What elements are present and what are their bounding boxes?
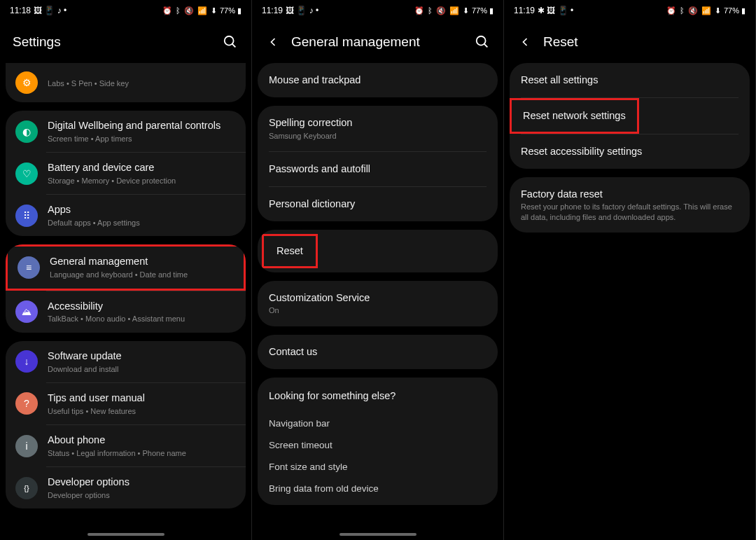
list-item-about-phone[interactable]: i About phone Status • Legal information…	[6, 425, 246, 466]
battery-care-icon: ♡	[15, 162, 38, 185]
svg-line-3	[484, 44, 488, 48]
looking-item-font[interactable]: Font size and style	[269, 456, 486, 478]
item-title: Tips and user manual	[48, 392, 236, 405]
status-bar: 11:18 🖼 📱 ♪ • ⏰ ᛒ 🔇 📶 ⬇ 77% ▮	[0, 0, 251, 21]
page-title: Settings	[13, 34, 212, 50]
list-item-customization[interactable]: Customization Service On	[258, 281, 498, 326]
phone-general-management: 11:19 🖼 📱 ♪ • ⏰ ᛒ 🔇 📶 ⬇ 77% ▮ General ma…	[252, 0, 504, 540]
item-title: General management	[50, 255, 234, 268]
list-item-reset[interactable]: Reset	[262, 234, 318, 268]
accessibility-icon: ⛰	[15, 300, 38, 323]
status-battery: 77%	[724, 6, 739, 15]
item-title: Spelling correction	[269, 116, 486, 130]
item-title: Personal dictionary	[269, 198, 486, 211]
list-item-dictionary[interactable]: Personal dictionary	[258, 187, 498, 221]
item-title: Contact us	[269, 345, 486, 359]
list-item-accessibility[interactable]: ⛰ Accessibility TalkBack • Mono audio • …	[6, 291, 246, 333]
section-reset-options: Reset all settings Reset network setting…	[510, 63, 750, 169]
home-indicator[interactable]	[88, 533, 164, 536]
item-title: Reset network settings	[523, 110, 626, 121]
item-subtitle: TalkBack • Mono audio • Assistant menu	[48, 314, 236, 324]
item-title: Reset accessibility settings	[521, 145, 738, 158]
item-title: Passwords and autofill	[269, 162, 486, 176]
section-mouse: Mouse and trackpad	[258, 63, 498, 97]
list-item-reset-accessibility[interactable]: Reset accessibility settings	[510, 134, 750, 169]
back-button[interactable]	[517, 34, 533, 50]
search-button[interactable]	[474, 34, 491, 50]
list-item-battery[interactable]: ♡ Battery and device care Storage • Memo…	[6, 153, 246, 194]
item-subtitle: Storage • Memory • Device protection	[48, 176, 236, 186]
settings-content[interactable]: ⚙ Labs • S Pen • Side key ◐ Digital Well…	[0, 63, 251, 529]
status-left-icons: ✱ 🖼 📱 •	[538, 6, 573, 15]
item-title: Apps	[48, 203, 236, 216]
item-subtitle: Screen time • App timers	[48, 134, 236, 144]
list-item-contact[interactable]: Contact us	[258, 335, 498, 369]
list-item-factory-reset[interactable]: Factory data reset Reset your phone to i…	[510, 177, 750, 233]
status-right-icons: ⏰ ᛒ 🔇 📶 ⬇	[666, 6, 722, 15]
advanced-icon: ⚙	[15, 71, 38, 94]
item-subtitle: Samsung Keyboard	[269, 131, 486, 141]
item-title: Factory data reset	[521, 188, 738, 201]
status-left-icons: 🖼 📱 ♪ •	[34, 6, 66, 15]
list-item-advanced[interactable]: ⚙ Labs • S Pen • Side key	[6, 63, 246, 102]
wellbeing-icon: ◐	[15, 120, 38, 143]
page-title: General management	[291, 34, 464, 50]
section-about: ↓ Software update Download and install ?…	[6, 341, 246, 509]
search-button[interactable]	[222, 34, 239, 50]
status-battery: 77%	[472, 6, 487, 15]
looking-item-bring[interactable]: Bring data from old device	[269, 478, 486, 499]
item-subtitle: Status • Legal information • Phone name	[48, 448, 236, 458]
list-item-reset-all[interactable]: Reset all settings	[510, 63, 750, 97]
looking-item-nav[interactable]: Navigation bar	[269, 413, 486, 434]
list-item-reset-network[interactable]: Reset network settings	[510, 98, 639, 134]
page-title: Reset	[543, 34, 743, 50]
update-icon: ↓	[15, 350, 38, 373]
status-right-icons: ⏰ ᛒ 🔇 📶 ⬇	[414, 6, 470, 15]
list-item-apps[interactable]: ⠿ Apps Default apps • App settings	[6, 195, 246, 236]
developer-icon: {}	[15, 477, 38, 499]
reset-content[interactable]: Reset all settings Reset network setting…	[504, 63, 755, 529]
general-icon: ≡	[18, 256, 40, 279]
list-item-software-update[interactable]: ↓ Software update Download and install	[6, 341, 246, 382]
item-subtitle: On	[269, 305, 486, 315]
tips-icon: ?	[15, 392, 38, 415]
looking-item-timeout[interactable]: Screen timeout	[269, 434, 486, 456]
back-button[interactable]	[265, 34, 281, 50]
item-subtitle: Reset your phone to its factory default …	[521, 202, 738, 222]
item-subtitle: Default apps • App settings	[48, 218, 236, 228]
apps-icon: ⠿	[15, 205, 38, 227]
section-contact: Contact us	[258, 335, 498, 369]
list-item-mouse[interactable]: Mouse and trackpad	[258, 63, 498, 97]
list-item-general-management[interactable]: ≡ General management Language and keyboa…	[6, 244, 246, 290]
status-time: 11:19	[262, 6, 283, 15]
list-item-wellbeing[interactable]: ◐ Digital Wellbeing and parental control…	[6, 111, 246, 152]
item-title: Battery and device care	[48, 161, 236, 174]
list-item-passwords[interactable]: Passwords and autofill	[258, 152, 498, 186]
status-time: 11:18	[10, 6, 31, 15]
item-subtitle: Developer options	[48, 490, 236, 500]
list-item-tips[interactable]: ? Tips and user manual Useful tips • New…	[6, 383, 246, 424]
item-subtitle: Labs • S Pen • Side key	[48, 78, 236, 88]
header: Settings	[0, 21, 251, 63]
section-looking-for: Looking for something else? Navigation b…	[258, 378, 498, 505]
status-battery: 77%	[220, 6, 235, 15]
list-item-developer[interactable]: {} Developer options Developer options	[6, 467, 246, 508]
item-title: Developer options	[48, 476, 236, 489]
looking-title: Looking for something else?	[269, 390, 486, 401]
section-factory: Factory data reset Reset your phone to i…	[510, 177, 750, 233]
section-input: Spelling correction Samsung Keyboard Pas…	[258, 106, 498, 221]
status-time: 11:19	[514, 6, 535, 15]
about-icon: i	[15, 435, 38, 457]
battery-icon: ▮	[489, 6, 493, 15]
section-reset: Reset	[258, 230, 498, 272]
home-indicator[interactable]	[340, 533, 416, 536]
svg-point-2	[477, 36, 486, 46]
item-subtitle: Useful tips • New features	[48, 406, 236, 416]
item-subtitle: Download and install	[48, 364, 236, 374]
section-general: ≡ General management Language and keyboa…	[6, 244, 246, 332]
item-title: Software update	[48, 349, 236, 363]
list-item-spelling[interactable]: Spelling correction Samsung Keyboard	[258, 106, 498, 151]
section-customization: Customization Service On	[258, 281, 498, 326]
general-content[interactable]: Mouse and trackpad Spelling correction S…	[252, 63, 503, 529]
item-title: Accessibility	[48, 300, 236, 313]
